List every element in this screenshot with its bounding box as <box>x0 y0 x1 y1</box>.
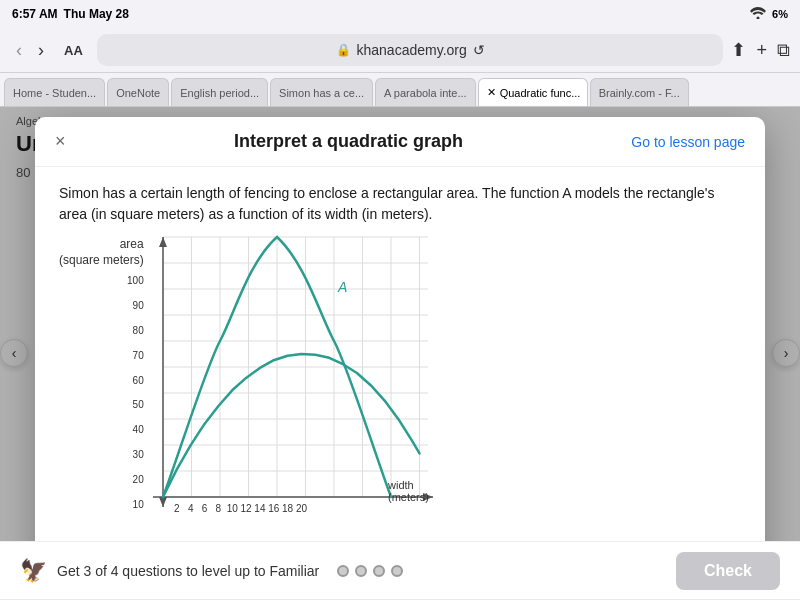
svg-text:16: 16 <box>268 503 280 514</box>
forward-button[interactable]: › <box>32 38 50 63</box>
tab-label: Brainly.com - F... <box>599 87 680 99</box>
curve-label: A <box>337 279 347 295</box>
level-up-text: Get 3 of 4 questions to level up to Fami… <box>57 563 319 579</box>
reader-mode-button[interactable]: AA <box>58 41 89 60</box>
address-bar[interactable]: 🔒 khanacademy.org ↺ <box>97 34 724 66</box>
browser-actions: ⬆ + ⧉ <box>731 39 790 61</box>
modal-footer: 🦅 Get 3 of 4 questions to level up to Fa… <box>0 541 800 599</box>
svg-text:8: 8 <box>215 503 221 514</box>
tab-label: Quadratic func... <box>500 87 581 99</box>
graph-container: area (square meters) 100 90 80 70 60 50 … <box>59 237 741 535</box>
svg-text:12: 12 <box>240 503 252 514</box>
tab-label: English period... <box>180 87 259 99</box>
y-tick-20: 20 <box>133 474 144 485</box>
y-axis-label-unit: (square meters) <box>59 253 144 267</box>
y-tick-0 <box>141 524 144 535</box>
progress-dot-1 <box>337 565 349 577</box>
page-background: Algebra I Unit: Quadratic functions & eq… <box>0 107 800 599</box>
svg-marker-26 <box>159 497 167 507</box>
problem-text: Simon has a certain length of fencing to… <box>59 183 741 225</box>
nav-buttons: ‹ › <box>10 38 50 63</box>
status-bar: 6:57 AM Thu May 28 6% <box>0 0 800 28</box>
svg-text:10: 10 <box>226 503 238 514</box>
svg-text:14: 14 <box>254 503 266 514</box>
new-tab-button[interactable]: + <box>756 40 767 61</box>
mascot-icon: 🦅 <box>20 558 47 584</box>
svg-point-0 <box>757 17 760 20</box>
svg-text:2: 2 <box>174 503 180 514</box>
y-tick-50: 50 <box>133 399 144 410</box>
y-tick-80: 80 <box>133 325 144 336</box>
svg-text:(meters): (meters) <box>388 491 429 503</box>
share-button[interactable]: ⬆ <box>731 39 746 61</box>
modal-body: Simon has a certain length of fencing to… <box>35 167 765 577</box>
tab-label: Simon has a ce... <box>279 87 364 99</box>
tab-english[interactable]: English period... <box>171 78 268 106</box>
y-tick-60: 60 <box>133 375 144 386</box>
svg-text:6: 6 <box>201 503 207 514</box>
modal-header: × Interpret a quadratic graph Go to less… <box>35 117 765 167</box>
y-tick-70: 70 <box>133 350 144 361</box>
svg-marker-24 <box>159 237 167 247</box>
y-tick-30: 30 <box>133 449 144 460</box>
footer-left: 🦅 Get 3 of 4 questions to level up to Fa… <box>20 558 403 584</box>
svg-text:width: width <box>387 479 414 491</box>
modal-title: Interpret a quadratic graph <box>66 131 632 152</box>
tab-onenote[interactable]: OneNote <box>107 78 169 106</box>
tab-quadratic[interactable]: ✕ Quadratic func... <box>478 78 588 106</box>
svg-text:4: 4 <box>188 503 194 514</box>
tabs-bar: Home - Studen... OneNote English period.… <box>0 73 800 107</box>
modal-close-button[interactable]: × <box>55 131 66 152</box>
progress-dots <box>337 565 403 577</box>
y-tick-100: 100 <box>127 275 144 286</box>
graph-svg: 2 4 6 8 10 12 14 16 18 20 A <box>148 237 443 517</box>
y-tick-10: 10 <box>133 499 144 510</box>
tab-home[interactable]: Home - Studen... <box>4 78 105 106</box>
tab-parabola[interactable]: A parabola inte... <box>375 78 476 106</box>
tab-label: OneNote <box>116 87 160 99</box>
y-tick-90: 90 <box>133 300 144 311</box>
svg-text:20: 20 <box>296 503 308 514</box>
back-button[interactable]: ‹ <box>10 38 28 63</box>
tab-label: Home - Studen... <box>13 87 96 99</box>
browser-chrome: ‹ › AA 🔒 khanacademy.org ↺ ⬆ + ⧉ <box>0 28 800 73</box>
y-axis-label-area: area <box>120 237 144 251</box>
progress-dot-4 <box>391 565 403 577</box>
progress-dot-3 <box>373 565 385 577</box>
y-tick-40: 40 <box>133 424 144 435</box>
url-text: khanacademy.org <box>357 42 467 58</box>
lock-icon: 🔒 <box>336 43 351 57</box>
tab-simon[interactable]: Simon has a ce... <box>270 78 373 106</box>
reload-icon[interactable]: ↺ <box>473 42 485 58</box>
tab-favicon: ✕ <box>487 86 496 99</box>
time-display: 6:57 AM <box>12 7 58 21</box>
wifi-icon <box>750 7 766 21</box>
tabs-button[interactable]: ⧉ <box>777 40 790 61</box>
tab-brainly[interactable]: Brainly.com - F... <box>590 78 689 106</box>
lesson-page-link[interactable]: Go to lesson page <box>631 134 745 150</box>
battery-display: 6% <box>772 8 788 20</box>
check-button[interactable]: Check <box>676 552 780 590</box>
svg-text:18: 18 <box>282 503 294 514</box>
progress-dot-2 <box>355 565 367 577</box>
date-display: Thu May 28 <box>64 7 129 21</box>
modal: × Interpret a quadratic graph Go to less… <box>35 117 765 577</box>
modal-overlay: × Interpret a quadratic graph Go to less… <box>0 107 800 599</box>
tab-label: A parabola inte... <box>384 87 467 99</box>
